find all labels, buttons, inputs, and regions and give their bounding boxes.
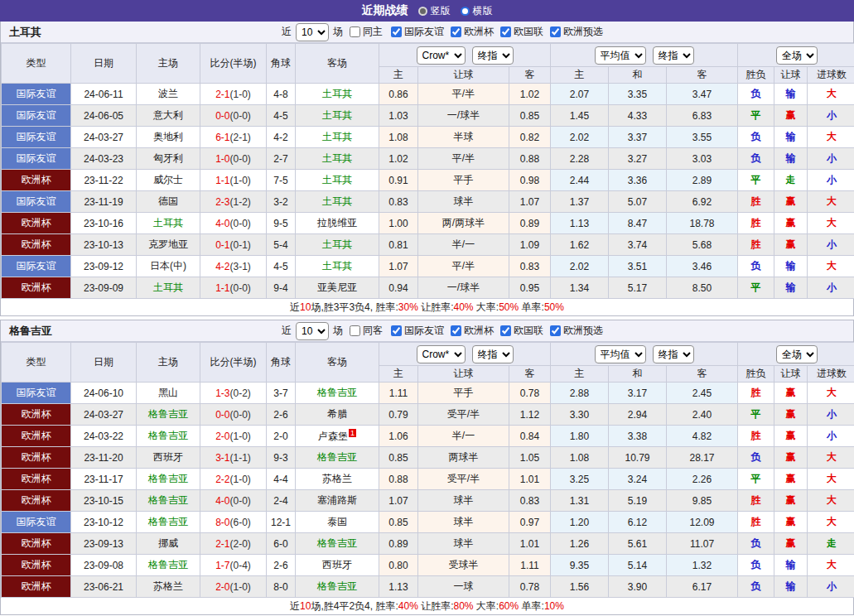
match-row: 国际友谊23-10-12格鲁吉亚8-0(6-0)12-1泰国0.85球半0.97… [2,512,854,533]
result-flag: 负 [738,576,774,598]
away-team: 卢森堡1 [296,426,379,447]
avg-home-odds: 2.28 [551,148,609,170]
match-date: 23-11-19 [71,191,137,213]
home-team: 挪威 [137,533,200,555]
handicap-away-odds: 1.09 [509,234,551,256]
section-header-bar: 格鲁吉亚 近 10 场 同客 国际友谊 欧洲杯 欧国联 欧洲预选 [1,320,853,342]
bookmaker-select[interactable]: Crow* [417,345,466,363]
col-header-crow-handicap: 让球 [418,366,509,383]
home-team: 威尔士 [137,170,200,191]
home-team: 西班牙 [137,447,200,469]
match-date: 23-11-20 [71,447,137,469]
handicap-line: 两/两球半 [418,213,509,234]
home-team: 格鲁吉亚 [137,555,200,576]
avg-draw-odds: 5.17 [609,277,667,299]
corner-count: 5-4 [267,234,296,256]
league-euroqualifier-checkbox[interactable] [550,26,561,37]
col-header-handicap-result: 让球 [774,67,808,84]
handicap-flag: 赢 [774,191,808,213]
league-type: 国际友谊 [2,127,71,148]
handicap-flag: 输 [774,555,808,576]
radio-unselected-icon[interactable] [461,7,470,16]
league-friendly-checkbox[interactable] [391,325,402,336]
league-eurocup-checkbox[interactable] [451,325,461,336]
average-select[interactable]: 平均值 [595,46,646,65]
handicap-home-odds: 0.89 [379,533,418,555]
avg-draw-odds: 3.17 [609,383,667,404]
col-header-crow-away: 客 [509,366,551,383]
home-team: 格鲁吉亚 [137,469,200,490]
corner-count: 2-6 [267,555,296,576]
layout-radio-horizontal[interactable]: 横版 [461,4,493,18]
radio-selected-icon[interactable] [418,7,427,16]
result-flag: 负 [738,555,774,576]
home-team: 奥地利 [137,127,200,148]
match-date: 23-09-13 [71,533,137,555]
halftime-score: (1-0) [230,474,251,485]
match-count-select[interactable]: 10 [296,23,329,41]
handicap-line: 球半 [418,512,509,533]
match-count-select[interactable]: 10 [296,322,329,340]
score-cell: 1-7(0-4) [200,555,267,576]
league-friendly-checkbox[interactable] [391,26,402,37]
record-summary: 近10场,胜4平2负4, 胜率:40% 让胜率:80% 大率:60% 单率:10… [1,598,853,614]
avg-draw-odds: 5.07 [609,191,667,213]
corner-count: 4-5 [267,256,296,277]
score-cell: 2-1(1-0) [200,84,267,105]
result-flag: 胜 [738,191,774,213]
league-type: 欧洲杯 [2,234,71,256]
league-type: 国际友谊 [2,105,71,127]
summary-segment: 单率: [519,301,544,313]
match-date: 23-10-12 [71,512,137,533]
handicap-home-odds: 1.06 [379,426,418,447]
layout-radio-vertical[interactable]: 竖版 [418,4,451,18]
handicap-flag: 走 [774,170,808,191]
league-nationsleague-checkbox[interactable] [500,26,511,37]
bookmaker-select[interactable]: Crow* [417,46,466,65]
filter-controls: 近 10 场 同客 国际友谊 欧洲杯 欧国联 欧洲预选 [282,322,603,340]
goals-flag: 小 [808,576,854,598]
league-type: 国际友谊 [2,512,71,533]
match-date: 23-09-12 [71,256,137,277]
handicap-away-odds: 0.84 [509,426,551,447]
match-date: 23-10-13 [71,234,137,256]
odds-time-select-2[interactable]: 终指 [653,345,694,363]
col-header-avg-away: 客 [667,366,738,383]
handicap-home-odds: 0.81 [379,234,418,256]
fullmatch-select[interactable]: 全场 [776,46,818,65]
col-header-avg-home: 主 [551,366,609,383]
average-select[interactable]: 平均值 [595,345,646,363]
league-type: 国际友谊 [2,256,71,277]
handicap-flag: 赢 [774,404,808,426]
col-header-handicap-result: 让球 [774,366,808,383]
same-venue-checkbox[interactable] [350,325,360,336]
handicap-line: 受球半 [418,555,509,576]
score-cell: 2-2(1-0) [200,469,267,490]
summary-segment: 单率: [519,600,544,612]
fullmatch-select[interactable]: 全场 [776,345,818,363]
match-row: 国际友谊24-06-05意大利0-0(0-0)4-5土耳其1.03一/球半0.8… [2,105,854,127]
same-venue-checkbox[interactable] [350,26,360,37]
handicap-odds-group: Crow* 终指 [379,44,551,67]
league-euroqualifier-checkbox[interactable] [550,325,561,336]
handicap-flag: 赢 [774,105,808,127]
handicap-line: 平/半 [418,148,509,170]
odds-time-select-1[interactable]: 终指 [472,345,514,363]
avg-away-odds: 6.17 [667,576,738,598]
result-flag: 平 [738,277,774,299]
summary-segment: 30% [398,301,418,313]
league-eurocup-checkbox[interactable] [451,26,461,37]
score-cell: 1-0(0-0) [200,148,267,170]
league-nationsleague-checkbox[interactable] [500,325,511,336]
fulltime-score: 1-3 [215,387,229,399]
halftime-score: (0-0) [230,409,251,421]
handicap-flag: 赢 [774,469,808,490]
fulltime-score: 4-0 [215,218,229,229]
result-flag: 平 [738,404,774,426]
odds-time-select-2[interactable]: 终指 [653,46,694,65]
avg-home-odds: 1.80 [551,426,609,447]
away-team: 希腊 [296,404,379,426]
odds-time-select-1[interactable]: 终指 [472,46,514,65]
match-row: 国际友谊23-11-19德国2-3(1-2)3-2土耳其0.83球半1.071.… [2,191,854,213]
corner-count: 3-7 [267,383,296,404]
